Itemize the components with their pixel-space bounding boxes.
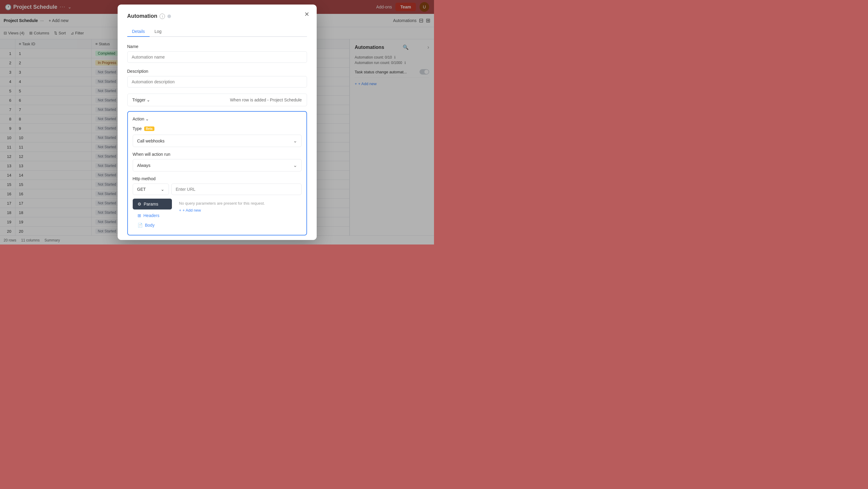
type-select-value: Call webhooks: [137, 139, 165, 143]
action-chevron-icon: ⌄: [145, 116, 149, 121]
name-input[interactable]: [127, 51, 307, 63]
when-run-value: Always: [137, 163, 151, 168]
modal-info-button[interactable]: i: [159, 13, 165, 19]
body-label: Body: [145, 223, 155, 228]
type-select[interactable]: Call webhooks ⌄: [133, 135, 302, 147]
tab-details[interactable]: Details: [127, 27, 150, 37]
body-icon: 📄: [137, 223, 143, 228]
trigger-label-text: Trigger: [132, 97, 146, 102]
params-icon: ⚙: [137, 202, 142, 206]
type-row: Type Beta: [133, 126, 302, 131]
body-tab[interactable]: 📄 Body: [133, 220, 172, 230]
http-method-label: Http method: [133, 176, 302, 181]
http-row: GET ⌄: [133, 183, 302, 195]
trigger-chevron-icon: ⌄: [147, 97, 150, 102]
method-value: GET: [137, 187, 146, 192]
beta-badge: Beta: [144, 126, 154, 131]
when-run-label: When will action run: [133, 152, 302, 157]
params-tab[interactable]: ⚙ Params: [133, 199, 172, 209]
add-param-icon: +: [179, 208, 182, 212]
sub-tabs: ⚙ Params ⊞ Headers 📄 Body No q: [133, 199, 302, 230]
add-param-label: + Add new: [183, 208, 201, 212]
modal-status-dot: [167, 15, 171, 18]
description-input[interactable]: [127, 76, 307, 88]
action-label: Action: [133, 116, 145, 121]
modal-close-button[interactable]: ✕: [304, 10, 309, 18]
when-run-select[interactable]: Always ⌄: [133, 159, 302, 171]
action-box: Action ⌄ Type Beta Call webhooks ⌄ When …: [127, 111, 307, 235]
add-new-param-button[interactable]: + + Add new: [179, 208, 302, 212]
name-label: Name: [127, 44, 307, 49]
action-header[interactable]: Action ⌄: [133, 116, 302, 121]
type-label: Type: [133, 126, 142, 131]
description-label: Description: [127, 69, 307, 74]
modal-overlay: Automation i ✕ Details Log Name Descript…: [0, 0, 434, 244]
method-select[interactable]: GET ⌄: [133, 183, 169, 195]
headers-icon: ⊞: [137, 213, 141, 218]
modal-tabs: Details Log: [127, 27, 307, 37]
no-params-text: No query parameters are present for this…: [179, 201, 302, 206]
modal-header: Automation i: [127, 13, 307, 19]
trigger-row: Trigger ⌄ When row is added - Project Sc…: [127, 93, 307, 106]
trigger-button[interactable]: Trigger ⌄: [132, 97, 151, 102]
params-label: Params: [144, 202, 158, 206]
modal-title: Automation: [127, 13, 157, 19]
automation-modal: Automation i ✕ Details Log Name Descript…: [118, 4, 317, 240]
headers-tab[interactable]: ⊞ Headers: [133, 211, 172, 220]
headers-label: Headers: [144, 213, 159, 218]
tab-log[interactable]: Log: [150, 27, 166, 37]
type-select-chevron-icon: ⌄: [293, 138, 297, 144]
url-input[interactable]: [171, 183, 302, 195]
when-run-chevron-icon: ⌄: [293, 163, 297, 168]
trigger-value: When row is added - Project Schedule: [230, 97, 302, 102]
method-chevron-icon: ⌄: [161, 187, 164, 192]
